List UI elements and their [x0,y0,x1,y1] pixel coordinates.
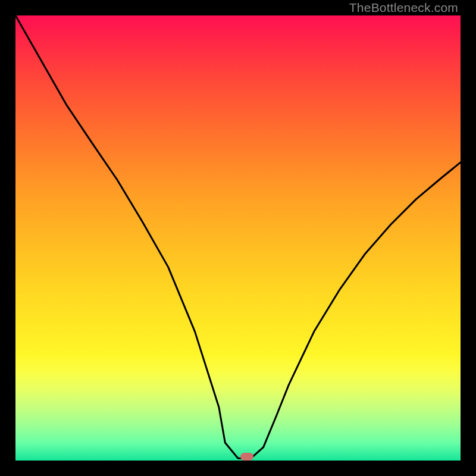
minimum-marker [240,453,253,461]
bottleneck-curve-path [15,15,461,458]
curve-svg [15,15,461,461]
watermark-text: TheBottleneck.com [349,1,458,15]
plot-area [15,15,461,461]
chart-container: TheBottleneck.com [0,0,476,476]
